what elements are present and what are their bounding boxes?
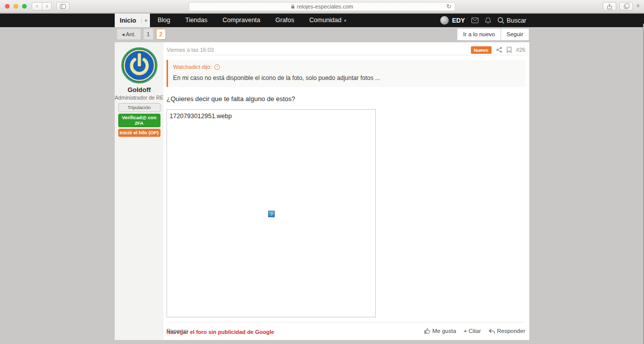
nav-tab-blog[interactable]: Blog [150,14,178,27]
username-label[interactable]: EDY [452,17,465,24]
quote-header[interactable]: Watchadict dijo: ↑ [173,64,520,70]
quote-block: Watchadict dijo: ↑ En mi caso no está di… [167,60,525,87]
post-body: Viernes a las 16:03 Nuevo #26 Watchadict… [164,42,529,340]
prev-arrow-icon: ◂ [122,31,125,37]
new-post-badge: Nuevo [471,46,492,54]
follow-button[interactable]: Seguir [501,28,529,41]
quote-text: En mi caso no está disponible el icono d… [173,74,520,81]
quote-button[interactable]: + Citar [464,328,481,334]
author-panel: Goldoff Administrador de RE Tripulación … [115,42,164,340]
reply-button[interactable]: Responder [489,328,525,334]
post-number[interactable]: #26 [516,47,525,53]
chevron-down-icon: ▾ [344,18,347,23]
forward-button[interactable]: › [42,3,51,10]
share-post-icon[interactable] [496,47,502,53]
pagination: ◂ Ant. 1 2 [117,29,166,40]
search-label: Buscar [507,17,526,24]
new-tab-button[interactable]: + [636,2,640,10]
post-timestamp[interactable]: Viernes a las 16:03 [167,47,214,53]
minimize-window-button[interactable] [14,4,18,9]
browser-chrome: ‹ › relojes-especiales.com ↻ + [0,0,644,13]
lock-icon [291,4,295,9]
attachment-filename: 1720793012951.webp [167,110,375,123]
author-title: Administrador de RE [115,95,164,101]
search-icon [498,17,504,24]
page-button-1[interactable]: 1 [143,29,153,40]
nav-tab-comunidad[interactable]: Comunidad▾ [302,14,354,27]
share-page-button[interactable] [603,2,616,11]
nav-tab-label: Comunidad [309,17,342,24]
tab-overview-button[interactable] [619,2,633,11]
post-header: Viernes a las 16:03 Nuevo #26 [167,45,525,55]
address-bar[interactable]: relojes-especiales.com ↻ [189,2,455,11]
envelope-icon[interactable] [471,18,478,23]
quote-label: + Citar [464,328,481,334]
author-name[interactable]: Goldoff [115,86,164,94]
zoom-window-button[interactable] [22,4,27,9]
close-window-button[interactable] [5,4,10,9]
search-control[interactable]: Buscar [498,17,526,24]
chevron-down-icon[interactable]: ▾ [141,18,150,23]
post-footer: Reportar Me gusta + Citar [167,328,525,334]
sidebar-icon [60,4,66,9]
tabs-icon [623,4,629,9]
post-card: Goldoff Administrador de RE Tripulación … [115,42,529,340]
nav-tab-grafos[interactable]: Grafos [268,14,302,27]
history-nav: ‹ › [32,2,52,11]
prev-label: Ant. [126,31,136,37]
nav-tab-compraventa[interactable]: Compraventa [215,14,268,27]
thread-tools: Ir a lo nuevo Seguir [457,28,529,41]
sidebar-toggle-button[interactable] [56,2,69,11]
bookmark-icon[interactable] [507,47,512,53]
nav-tab-label: Inicio [115,17,141,24]
bell-icon[interactable] [485,17,491,24]
badge-tripulacion: Tripulación [118,103,160,112]
back-button[interactable]: ‹ [32,3,42,10]
post-message: ¿Quieres decir que te falta alguno de es… [167,95,525,103]
badge-thread-op: Inició el hilo (OP) [118,129,160,137]
quote-attribution: Watchadict dijo: [173,64,212,70]
expand-quote-icon[interactable]: ↑ [214,64,220,70]
broken-image-icon: ? [268,211,275,217]
nav-tab-inicio[interactable]: Inicio ▾ [115,14,150,27]
page-button-2-current[interactable]: 2 [156,29,166,40]
reply-arrow-icon [489,328,495,334]
share-icon [607,4,612,10]
reply-label: Responder [497,328,525,334]
user-avatar[interactable] [440,16,449,25]
goto-new-button[interactable]: Ir a lo nuevo [457,28,501,41]
window-controls [5,4,27,9]
avatar-power-logo[interactable] [121,47,157,83]
url-text: relojes-especiales.com [297,4,353,10]
refresh-icon[interactable]: ↻ [446,3,451,11]
prev-page-button[interactable]: ◂ Ant. [117,29,141,40]
like-label: Me gusta [432,328,456,334]
thumbs-up-icon [424,328,430,334]
badge-2fa-verified: Verificad@ con 2FA [118,114,160,127]
report-link[interactable]: Reportar [167,328,188,334]
like-button[interactable]: Me gusta [424,328,456,334]
attachment-box[interactable]: 1720793012951.webp ? [167,109,376,317]
site-navbar: Inicio ▾ Blog Tiendas Compraventa Grafos… [0,14,644,27]
nav-tab-tiendas[interactable]: Tiendas [178,14,215,27]
